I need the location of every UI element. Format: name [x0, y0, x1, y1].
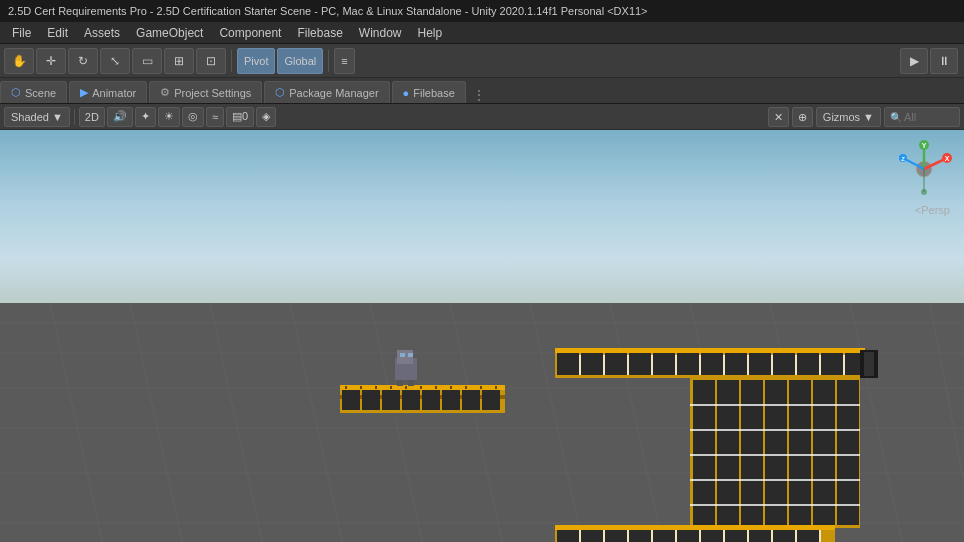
- scene-lighting-btn[interactable]: ☀: [158, 107, 180, 127]
- animator-tab-label: Animator: [92, 87, 136, 99]
- svg-rect-24: [422, 388, 440, 410]
- scale-icon: ⤡: [107, 53, 123, 69]
- pause-button[interactable]: ⏸: [930, 48, 958, 74]
- svg-rect-34: [420, 386, 422, 389]
- svg-rect-29: [345, 386, 347, 389]
- separator-2: [328, 50, 329, 72]
- svg-rect-22: [382, 388, 400, 410]
- custom-icon: ⊡: [203, 53, 219, 69]
- separator-1: [231, 50, 232, 72]
- tab-bar: ⬡ Scene ▶ Animator ⚙ Project Settings ⬡ …: [0, 78, 964, 104]
- play-button[interactable]: ▶: [900, 48, 928, 74]
- rect-tool-btn[interactable]: ▭: [132, 48, 162, 74]
- svg-rect-46: [581, 351, 603, 375]
- svg-rect-54: [773, 351, 795, 375]
- scene-options-btn[interactable]: ✕: [768, 107, 789, 127]
- animated-materials-btn[interactable]: ◈: [256, 107, 276, 127]
- fx-btn[interactable]: ✦: [135, 107, 156, 127]
- 2d-mode-btn[interactable]: 2D: [79, 107, 105, 127]
- menu-help[interactable]: Help: [410, 24, 451, 42]
- tab-menu-btn[interactable]: ⋮: [468, 87, 490, 103]
- svg-rect-36: [450, 386, 452, 389]
- shading-mode-dropdown[interactable]: Shaded ▼: [4, 107, 70, 127]
- package-manager-tab-label: Package Manager: [289, 87, 378, 99]
- tab-animator[interactable]: ▶ Animator: [69, 81, 147, 103]
- fog-btn[interactable]: ≈: [206, 107, 224, 127]
- menu-window[interactable]: Window: [351, 24, 410, 42]
- global-btn[interactable]: Global: [277, 48, 323, 74]
- lock-icon: ⊕: [798, 111, 807, 124]
- menu-gameobject[interactable]: GameObject: [128, 24, 211, 42]
- tab-scene[interactable]: ⬡ Scene: [0, 81, 67, 103]
- audio-btn[interactable]: 🔊: [107, 107, 133, 127]
- layers-icon: ≡: [341, 55, 347, 67]
- svg-rect-51: [701, 351, 723, 375]
- svg-rect-52: [725, 351, 747, 375]
- svg-rect-71: [693, 380, 715, 525]
- project-settings-tab-icon: ⚙: [160, 86, 170, 99]
- hand-tool-btn[interactable]: ✋: [4, 48, 34, 74]
- scene-sep-1: [74, 109, 75, 125]
- svg-rect-83: [557, 528, 579, 542]
- shading-chevron-icon: ▼: [52, 111, 63, 123]
- svg-rect-94: [555, 525, 835, 530]
- tab-project-settings[interactable]: ⚙ Project Settings: [149, 81, 262, 103]
- svg-rect-49: [653, 351, 675, 375]
- hand-icon: ✋: [11, 53, 27, 69]
- move-tool-btn[interactable]: ✛: [36, 48, 66, 74]
- svg-rect-72: [717, 380, 739, 525]
- scene-lock-btn[interactable]: ⊕: [792, 107, 813, 127]
- play-icon: ▶: [910, 54, 919, 68]
- menu-edit[interactable]: Edit: [39, 24, 76, 42]
- tab-package-manager[interactable]: ⬡ Package Manager: [264, 81, 389, 103]
- menu-file[interactable]: File: [4, 24, 39, 42]
- skybox-btn[interactable]: ◎: [182, 107, 204, 127]
- transform-icon: ⊞: [171, 53, 187, 69]
- svg-rect-55: [797, 351, 819, 375]
- rotate-tool-btn[interactable]: ↻: [68, 48, 98, 74]
- scene-objects: [0, 130, 964, 542]
- 2d-label: 2D: [85, 111, 99, 123]
- search-icon: 🔍: [890, 112, 902, 123]
- svg-rect-86: [629, 528, 651, 542]
- animator-tab-icon: ▶: [80, 86, 88, 99]
- filebase-tab-icon: ●: [403, 87, 410, 99]
- svg-rect-37: [465, 386, 467, 389]
- svg-rect-75: [789, 380, 811, 525]
- svg-text:X: X: [945, 155, 950, 162]
- menu-assets[interactable]: Assets: [76, 24, 128, 42]
- pivot-btn[interactable]: Pivot: [237, 48, 275, 74]
- svg-rect-41: [400, 353, 405, 357]
- svg-point-121: [921, 189, 927, 195]
- svg-rect-47: [605, 351, 627, 375]
- gizmos-label: Gizmos: [823, 111, 860, 123]
- package-manager-tab-icon: ⬡: [275, 86, 285, 99]
- search-input[interactable]: [904, 111, 954, 123]
- svg-rect-56: [821, 351, 843, 375]
- svg-rect-85: [605, 528, 627, 542]
- options-icon: ✕: [774, 111, 783, 124]
- svg-rect-38: [480, 386, 482, 389]
- menu-component[interactable]: Component: [211, 24, 289, 42]
- menu-filebase[interactable]: Filebase: [289, 24, 350, 42]
- custom-tool-btn[interactable]: ⊡: [196, 48, 226, 74]
- tab-filebase[interactable]: ● Filebase: [392, 81, 466, 103]
- svg-rect-77: [837, 380, 859, 525]
- audio-icon: 🔊: [113, 110, 127, 123]
- global-label: Global: [284, 55, 316, 67]
- svg-text:Y: Y: [922, 142, 927, 149]
- transform-tool-btn[interactable]: ⊞: [164, 48, 194, 74]
- fx-icon: ✦: [141, 110, 150, 123]
- svg-text:Z: Z: [901, 156, 905, 162]
- grid-counter-btn[interactable]: ▤0: [226, 107, 254, 127]
- scale-tool-btn[interactable]: ⤡: [100, 48, 130, 74]
- layers-btn[interactable]: ≡: [334, 48, 354, 74]
- toolbar: ✋ ✛ ↻ ⤡ ▭ ⊞ ⊡ Pivot Global ≡ ▶ ⏸: [0, 44, 964, 78]
- gizmos-dropdown[interactable]: Gizmos ▼: [816, 107, 881, 127]
- title-bar: 2.5D Cert Requirements Pro - 2.5D Certif…: [0, 0, 964, 22]
- filebase-tab-label: Filebase: [413, 87, 455, 99]
- scene-view[interactable]: Y X Z <Persp: [0, 130, 964, 542]
- search-bar: 🔍: [884, 107, 960, 127]
- svg-rect-45: [557, 351, 579, 375]
- gizmos-chevron-icon: ▼: [863, 111, 874, 123]
